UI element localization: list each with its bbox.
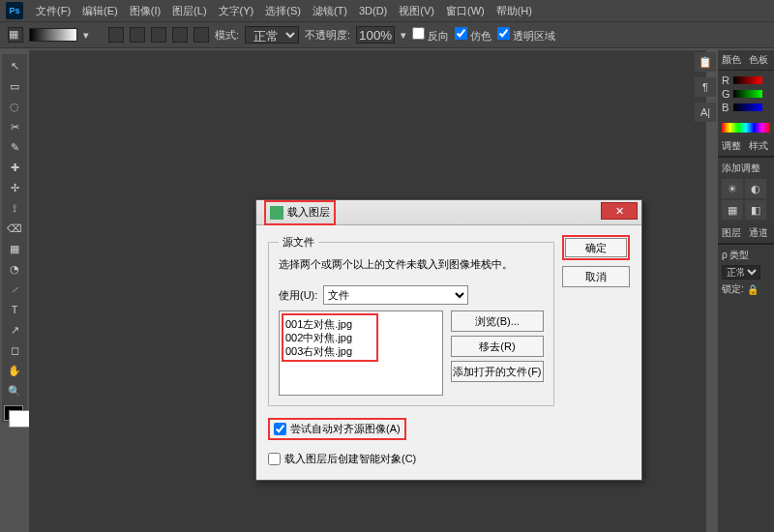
file-list[interactable]: 001左对焦.jpg 002中对焦.jpg 003右对焦.jpg bbox=[279, 310, 443, 396]
menu-view[interactable]: 视图(V) bbox=[394, 2, 439, 20]
zoom-tool-icon[interactable]: 🔍 bbox=[4, 381, 25, 400]
menu-filter[interactable]: 滤镜(T) bbox=[308, 2, 352, 20]
menu-window[interactable]: 窗口(W) bbox=[441, 2, 490, 20]
gradient-type-diamond[interactable] bbox=[194, 27, 209, 43]
opacity-label: 不透明度: bbox=[305, 28, 350, 43]
path-tool-icon[interactable]: ↗ bbox=[4, 320, 25, 340]
dodge-tool-icon[interactable]: ◔ bbox=[4, 259, 25, 279]
dither-check[interactable]: 仿色 bbox=[455, 27, 491, 44]
char-icon[interactable]: ¶ bbox=[695, 77, 716, 97]
hue-strip[interactable] bbox=[722, 123, 770, 133]
r-slider[interactable] bbox=[733, 76, 762, 84]
use-label: 使用(U): bbox=[279, 288, 317, 303]
file-item[interactable]: 001左对焦.jpg bbox=[285, 317, 374, 331]
menu-edit[interactable]: 编辑(E) bbox=[77, 2, 123, 20]
menu-help[interactable]: 帮助(H) bbox=[491, 2, 537, 20]
color-sliders: R G B bbox=[718, 71, 774, 119]
tab-layers[interactable]: 图层 bbox=[718, 223, 745, 243]
kind-label: ρ 类型 bbox=[722, 249, 749, 262]
app-logo: Ps bbox=[6, 2, 23, 19]
toolbox: ↖ ▭ ◌ ✂ ✎ ✚ ✢ ⟟ ⌫ ▦ ◔ ⟋ T ↗ ◻ ✋ 🔍 bbox=[2, 54, 27, 423]
transparent-check[interactable]: 透明区域 bbox=[497, 27, 555, 44]
adjustments-panel: 添加调整 ☀ ◐ ▦ ◧ bbox=[718, 157, 774, 223]
use-select[interactable]: 文件 bbox=[323, 285, 468, 305]
adj-icon[interactable]: ◐ bbox=[745, 179, 766, 198]
lock-label: 锁定: bbox=[722, 282, 744, 296]
brush-tool-icon[interactable]: ✢ bbox=[4, 178, 25, 197]
menu-image[interactable]: 图像(I) bbox=[125, 2, 165, 20]
menu-3d[interactable]: 3D(D) bbox=[354, 3, 392, 18]
right-panels: 颜色 色板 R G B 调整 样式 添加调整 ☀ ◐ ▦ ◧ 图层 通道 ρ 类… bbox=[718, 50, 774, 532]
blend-select[interactable]: 正常 bbox=[722, 265, 760, 280]
load-layers-dialog: 载入图层 ✕ 源文件 选择两个或两个以上的文件未载入到图像堆栈中。 使用(U):… bbox=[255, 199, 642, 481]
lasso-tool-icon[interactable]: ◌ bbox=[4, 97, 25, 116]
smart-checkbox[interactable] bbox=[268, 453, 281, 465]
lock-icon[interactable]: 🔒 bbox=[747, 284, 759, 295]
foreground-background-swatch[interactable] bbox=[4, 405, 23, 421]
menu-type[interactable]: 文字(Y) bbox=[214, 2, 259, 20]
close-button[interactable]: ✕ bbox=[601, 202, 638, 220]
dialog-titlebar[interactable]: 载入图层 ✕ bbox=[256, 200, 641, 225]
tool-preset-icon[interactable]: ▦ bbox=[8, 27, 23, 43]
file-item[interactable]: 002中对焦.jpg bbox=[285, 331, 374, 344]
ok-button[interactable]: 确定 bbox=[565, 238, 627, 257]
hand-tool-icon[interactable]: ✋ bbox=[4, 361, 25, 380]
mode-select[interactable]: 正常 bbox=[245, 26, 299, 44]
type-tool-icon[interactable]: T bbox=[4, 300, 25, 319]
options-bar: ▦ ▾ 模式: 正常 不透明度: ▾ 反向 仿色 透明区域 bbox=[0, 21, 774, 48]
pen-tool-icon[interactable]: ⟋ bbox=[4, 280, 25, 299]
smart-label: 载入图层后创建智能对象(C) bbox=[284, 452, 416, 466]
gradient-type-linear[interactable] bbox=[108, 27, 124, 43]
dialog-icon bbox=[270, 206, 283, 220]
gradient-tool-icon[interactable]: ▦ bbox=[4, 239, 25, 258]
tab-color[interactable]: 颜色 bbox=[718, 50, 745, 70]
gradient-type-reflected[interactable] bbox=[172, 27, 188, 43]
dropdown-icon[interactable]: ▾ bbox=[83, 29, 89, 42]
add-open-button[interactable]: 添加打开的文件(F) bbox=[451, 361, 544, 382]
source-files-legend: 源文件 bbox=[279, 235, 318, 250]
g-slider[interactable] bbox=[733, 90, 762, 98]
gradient-type-angle[interactable] bbox=[151, 27, 166, 43]
gradient-preview[interactable] bbox=[29, 28, 77, 42]
tab-adjustments[interactable]: 调整 bbox=[718, 136, 745, 156]
move-tool-icon[interactable]: ↖ bbox=[4, 56, 25, 75]
cancel-button[interactable]: 取消 bbox=[562, 266, 630, 287]
adj-icon[interactable]: ▦ bbox=[722, 200, 743, 220]
history-icon[interactable]: 📋 bbox=[695, 52, 716, 72]
stamp-tool-icon[interactable]: ⟟ bbox=[4, 198, 25, 218]
align-checkbox[interactable] bbox=[274, 423, 286, 435]
crop-tool-icon[interactable]: ✂ bbox=[4, 117, 25, 136]
menu-select[interactable]: 选择(S) bbox=[260, 2, 306, 20]
layers-panel: ρ 类型 正常 锁定:🔒 bbox=[718, 244, 774, 303]
dialog-title: 载入图层 bbox=[287, 205, 330, 220]
right-icon-strip: 📋 ¶ A| bbox=[695, 52, 718, 122]
opacity-input[interactable] bbox=[356, 26, 395, 44]
r-label: R bbox=[722, 74, 731, 86]
menubar: Ps 文件(F) 编辑(E) 图像(I) 图层(L) 文字(Y) 选择(S) 滤… bbox=[0, 0, 774, 21]
gradient-type-radial[interactable] bbox=[130, 27, 145, 43]
mode-label: 模式: bbox=[215, 28, 239, 43]
browse-button[interactable]: 浏览(B)... bbox=[451, 310, 544, 332]
menu-layer[interactable]: 图层(L) bbox=[167, 2, 211, 20]
b-slider[interactable] bbox=[733, 103, 762, 111]
tab-channels[interactable]: 通道 bbox=[745, 223, 772, 243]
file-item[interactable]: 003右对焦.jpg bbox=[285, 344, 374, 358]
b-label: B bbox=[722, 102, 731, 113]
source-desc: 选择两个或两个以上的文件未载入到图像堆栈中。 bbox=[279, 257, 544, 272]
shape-tool-icon[interactable]: ◻ bbox=[4, 340, 25, 360]
dropdown-icon[interactable]: ▾ bbox=[401, 29, 406, 42]
marquee-tool-icon[interactable]: ▭ bbox=[4, 76, 25, 96]
add-adjustment-label: 添加调整 bbox=[722, 162, 770, 175]
reverse-check[interactable]: 反向 bbox=[412, 27, 449, 44]
adj-icon[interactable]: ☀ bbox=[722, 179, 743, 198]
source-files-group: 源文件 选择两个或两个以上的文件未载入到图像堆栈中。 使用(U): 文件 001… bbox=[268, 235, 554, 406]
tab-styles[interactable]: 样式 bbox=[745, 136, 772, 156]
paragraph-icon[interactable]: A| bbox=[695, 103, 716, 122]
menu-file[interactable]: 文件(F) bbox=[31, 2, 75, 20]
heal-tool-icon[interactable]: ✚ bbox=[4, 158, 25, 177]
tab-swatches[interactable]: 色板 bbox=[745, 50, 772, 70]
eyedropper-tool-icon[interactable]: ✎ bbox=[4, 137, 25, 157]
remove-button[interactable]: 移去(R) bbox=[451, 336, 544, 357]
adj-icon[interactable]: ◧ bbox=[745, 200, 766, 220]
eraser-tool-icon[interactable]: ⌫ bbox=[4, 219, 25, 238]
